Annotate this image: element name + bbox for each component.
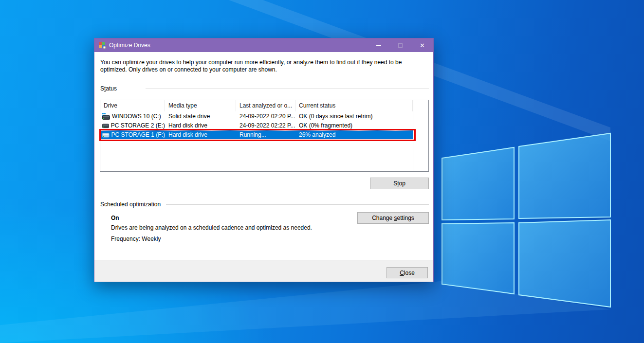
last-analyzed: Running...: [236, 131, 295, 138]
column-end-separator: [413, 100, 413, 171]
ssd-windows-drive-icon: [102, 113, 110, 120]
window-title: Optimize Drives: [109, 42, 150, 49]
scheduled-description: Drives are being analyzed on a scheduled…: [111, 224, 312, 231]
drive-name: PC STORAGE 1 (F:): [111, 131, 165, 138]
close-icon: ✕: [420, 42, 425, 49]
close-button[interactable]: Close: [386, 267, 428, 278]
minimize-button[interactable]: [368, 38, 389, 52]
logo-pane-bottom-right: [519, 220, 610, 307]
current-status: OK (0 days since last retrim): [295, 113, 413, 120]
status-group-label: Status: [100, 85, 117, 92]
table-header[interactable]: Drive Media type Last analyzed or o... C…: [100, 100, 428, 111]
table-row-pc-storage-2-e[interactable]: PC STORAGE 2 (E:) Hard disk drive 24-09-…: [100, 121, 428, 130]
media-type: Hard disk drive: [165, 131, 236, 138]
media-type: Hard disk drive: [165, 122, 236, 129]
scheduled-optimization-label: Scheduled optimization: [100, 201, 161, 208]
logo-pane-bottom-left: [442, 223, 514, 294]
maximize-button: [389, 38, 411, 52]
hdd-drive-icon: [102, 131, 110, 138]
maximize-icon: [398, 43, 403, 48]
stop-button[interactable]: Stop: [370, 178, 429, 189]
scheduled-frequency: Frequency: Weekly: [111, 235, 161, 242]
table-row-pc-storage-1-f-selected[interactable]: PC STORAGE 1 (F:) Hard disk drive Runnin…: [100, 130, 413, 139]
column-header-drive[interactable]: Drive: [100, 100, 165, 111]
drives-table[interactable]: Drive Media type Last analyzed or o... C…: [100, 100, 429, 172]
hdd-drive-icon: [102, 122, 109, 129]
logo-pane-top-right: [519, 133, 610, 218]
optimize-drives-window: Optimize Drives ✕ You can optimize your …: [94, 38, 434, 282]
current-status: 26% analyzed: [295, 131, 413, 138]
defrag-icon: [98, 41, 106, 49]
titlebar[interactable]: Optimize Drives ✕: [94, 38, 433, 52]
column-header-media-type[interactable]: Media type: [165, 100, 236, 111]
media-type: Solid state drive: [165, 113, 236, 120]
table-row-windows-10-c[interactable]: WINDOWS 10 (C:) Solid state drive 24-09-…: [100, 111, 428, 121]
status-group-line: [146, 89, 429, 89]
last-analyzed: 24-09-2022 02:22 P...: [236, 122, 295, 129]
last-analyzed: 24-09-2022 02:20 P...: [236, 113, 295, 120]
drive-name: WINDOWS 10 (C:): [112, 113, 161, 120]
dialog-footer: [94, 260, 433, 282]
change-settings-button[interactable]: Change settings: [357, 212, 429, 224]
scheduled-state: On: [111, 215, 119, 221]
intro-text: You can optimize your drives to help you…: [100, 59, 423, 73]
current-status: OK (0% fragmented): [295, 122, 413, 129]
close-window-button[interactable]: ✕: [411, 38, 433, 52]
minimize-icon: [376, 45, 381, 46]
column-header-current-status[interactable]: Current status: [295, 100, 413, 111]
column-header-last-analyzed[interactable]: Last analyzed or o...: [236, 100, 295, 111]
drive-name: PC STORAGE 2 (E:): [111, 122, 165, 129]
scheduled-group-line: [166, 204, 429, 205]
logo-pane-top-left: [442, 147, 514, 220]
